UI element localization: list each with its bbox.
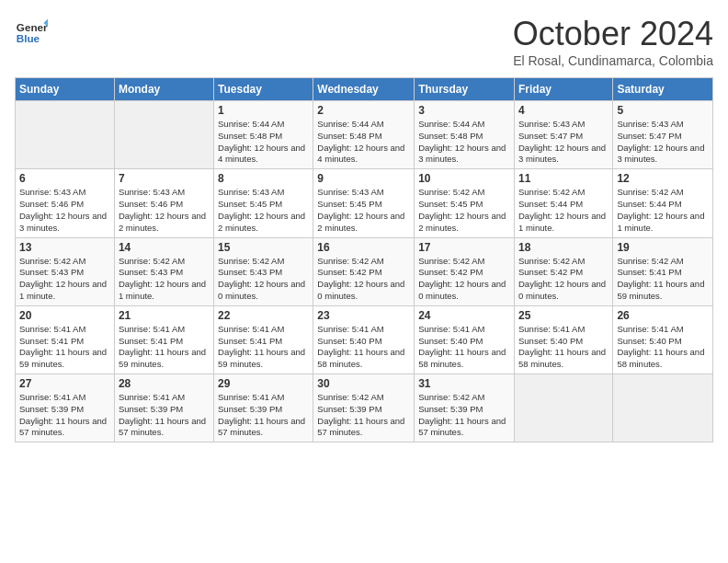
cell-day-number: 17 — [418, 241, 510, 254]
cell-day-number: 13 — [19, 241, 110, 254]
calendar-header-row: SundayMondayTuesdayWednesdayThursdayFrid… — [16, 78, 713, 101]
cell-info: Sunrise: 5:42 AM Sunset: 5:43 PM Dayligh… — [119, 256, 210, 303]
calendar-week-3: 13Sunrise: 5:42 AM Sunset: 5:43 PM Dayli… — [16, 237, 713, 305]
cell-day-number: 7 — [119, 172, 210, 185]
col-header-sunday: Sunday — [16, 78, 115, 101]
calendar-cell: 25Sunrise: 5:41 AM Sunset: 5:40 PM Dayli… — [514, 305, 612, 373]
cell-info: Sunrise: 5:41 AM Sunset: 5:40 PM Dayligh… — [317, 324, 410, 371]
calendar-cell: 13Sunrise: 5:42 AM Sunset: 5:43 PM Dayli… — [16, 237, 115, 305]
cell-day-number: 4 — [518, 104, 609, 117]
cell-info: Sunrise: 5:42 AM Sunset: 5:45 PM Dayligh… — [418, 187, 510, 234]
cell-day-number: 20 — [19, 309, 110, 322]
cell-info: Sunrise: 5:41 AM Sunset: 5:41 PM Dayligh… — [19, 324, 110, 371]
cell-info: Sunrise: 5:42 AM Sunset: 5:41 PM Dayligh… — [617, 256, 709, 303]
cell-day-number: 1 — [218, 104, 309, 117]
calendar-cell: 28Sunrise: 5:41 AM Sunset: 5:39 PM Dayli… — [114, 374, 213, 442]
calendar-cell: 22Sunrise: 5:41 AM Sunset: 5:41 PM Dayli… — [214, 305, 313, 373]
col-header-thursday: Thursday — [415, 78, 515, 101]
cell-info: Sunrise: 5:42 AM Sunset: 5:39 PM Dayligh… — [418, 392, 510, 439]
cell-day-number: 9 — [317, 172, 410, 185]
cell-day-number: 25 — [518, 309, 609, 322]
cell-day-number: 24 — [418, 309, 510, 322]
cell-day-number: 3 — [418, 104, 510, 117]
calendar-week-1: 1Sunrise: 5:44 AM Sunset: 5:48 PM Daylig… — [16, 101, 713, 169]
cell-day-number: 8 — [218, 172, 309, 185]
calendar-cell: 12Sunrise: 5:42 AM Sunset: 5:44 PM Dayli… — [613, 169, 713, 237]
calendar-cell: 10Sunrise: 5:42 AM Sunset: 5:45 PM Dayli… — [415, 169, 515, 237]
calendar-cell — [613, 374, 713, 442]
calendar-cell: 26Sunrise: 5:41 AM Sunset: 5:40 PM Dayli… — [613, 305, 713, 373]
cell-info: Sunrise: 5:41 AM Sunset: 5:39 PM Dayligh… — [19, 392, 110, 439]
calendar-cell: 3Sunrise: 5:44 AM Sunset: 5:48 PM Daylig… — [415, 101, 515, 169]
cell-day-number: 2 — [317, 104, 410, 117]
cell-info: Sunrise: 5:41 AM Sunset: 5:39 PM Dayligh… — [218, 392, 309, 439]
calendar-cell: 27Sunrise: 5:41 AM Sunset: 5:39 PM Dayli… — [16, 374, 115, 442]
calendar-cell: 7Sunrise: 5:43 AM Sunset: 5:46 PM Daylig… — [114, 169, 213, 237]
calendar-cell: 8Sunrise: 5:43 AM Sunset: 5:45 PM Daylig… — [214, 169, 313, 237]
calendar-cell — [16, 101, 115, 169]
cell-info: Sunrise: 5:41 AM Sunset: 5:41 PM Dayligh… — [119, 324, 210, 371]
col-header-tuesday: Tuesday — [214, 78, 313, 101]
cell-info: Sunrise: 5:42 AM Sunset: 5:44 PM Dayligh… — [617, 187, 709, 234]
cell-info: Sunrise: 5:43 AM Sunset: 5:45 PM Dayligh… — [218, 187, 309, 234]
cell-info: Sunrise: 5:42 AM Sunset: 5:42 PM Dayligh… — [518, 256, 609, 303]
calendar-cell: 15Sunrise: 5:42 AM Sunset: 5:43 PM Dayli… — [214, 237, 313, 305]
cell-day-number: 15 — [218, 241, 309, 254]
calendar-cell: 20Sunrise: 5:41 AM Sunset: 5:41 PM Dayli… — [16, 305, 115, 373]
calendar-cell: 17Sunrise: 5:42 AM Sunset: 5:42 PM Dayli… — [415, 237, 515, 305]
title-area: October 2024 El Rosal, Cundinamarca, Col… — [513, 15, 713, 68]
col-header-saturday: Saturday — [613, 78, 713, 101]
cell-day-number: 12 — [617, 172, 709, 185]
calendar-cell: 21Sunrise: 5:41 AM Sunset: 5:41 PM Dayli… — [114, 305, 213, 373]
location-subtitle: El Rosal, Cundinamarca, Colombia — [513, 53, 713, 68]
cell-day-number: 22 — [218, 309, 309, 322]
month-title: October 2024 — [513, 15, 713, 53]
calendar-cell: 11Sunrise: 5:42 AM Sunset: 5:44 PM Dayli… — [514, 169, 612, 237]
cell-info: Sunrise: 5:44 AM Sunset: 5:48 PM Dayligh… — [218, 119, 309, 166]
calendar-week-4: 20Sunrise: 5:41 AM Sunset: 5:41 PM Dayli… — [16, 305, 713, 373]
calendar-cell: 31Sunrise: 5:42 AM Sunset: 5:39 PM Dayli… — [415, 374, 515, 442]
cell-day-number: 16 — [317, 241, 410, 254]
calendar-cell: 4Sunrise: 5:43 AM Sunset: 5:47 PM Daylig… — [514, 101, 612, 169]
cell-info: Sunrise: 5:42 AM Sunset: 5:44 PM Dayligh… — [518, 187, 609, 234]
cell-info: Sunrise: 5:42 AM Sunset: 5:42 PM Dayligh… — [418, 256, 510, 303]
cell-day-number: 31 — [418, 377, 510, 390]
calendar-cell — [114, 101, 213, 169]
calendar-week-5: 27Sunrise: 5:41 AM Sunset: 5:39 PM Dayli… — [16, 374, 713, 442]
calendar-cell: 23Sunrise: 5:41 AM Sunset: 5:40 PM Dayli… — [313, 305, 415, 373]
cell-info: Sunrise: 5:42 AM Sunset: 5:39 PM Dayligh… — [317, 392, 410, 439]
cell-day-number: 21 — [119, 309, 210, 322]
cell-day-number: 14 — [119, 241, 210, 254]
calendar-cell: 30Sunrise: 5:42 AM Sunset: 5:39 PM Dayli… — [313, 374, 415, 442]
calendar-cell: 2Sunrise: 5:44 AM Sunset: 5:48 PM Daylig… — [313, 101, 415, 169]
cell-info: Sunrise: 5:41 AM Sunset: 5:40 PM Dayligh… — [617, 324, 709, 371]
cell-day-number: 23 — [317, 309, 410, 322]
cell-day-number: 6 — [19, 172, 110, 185]
cell-info: Sunrise: 5:44 AM Sunset: 5:48 PM Dayligh… — [317, 119, 410, 166]
cell-day-number: 26 — [617, 309, 709, 322]
col-header-friday: Friday — [514, 78, 612, 101]
cell-info: Sunrise: 5:43 AM Sunset: 5:46 PM Dayligh… — [119, 187, 210, 234]
cell-info: Sunrise: 5:41 AM Sunset: 5:40 PM Dayligh… — [518, 324, 609, 371]
cell-day-number: 27 — [19, 377, 110, 390]
calendar-cell: 5Sunrise: 5:43 AM Sunset: 5:47 PM Daylig… — [613, 101, 713, 169]
cell-info: Sunrise: 5:42 AM Sunset: 5:43 PM Dayligh… — [218, 256, 309, 303]
calendar-week-2: 6Sunrise: 5:43 AM Sunset: 5:46 PM Daylig… — [16, 169, 713, 237]
cell-day-number: 28 — [119, 377, 210, 390]
cell-day-number: 29 — [218, 377, 309, 390]
cell-day-number: 19 — [617, 241, 709, 254]
logo: General Blue — [15, 15, 48, 48]
calendar-cell: 16Sunrise: 5:42 AM Sunset: 5:42 PM Dayli… — [313, 237, 415, 305]
calendar-cell: 1Sunrise: 5:44 AM Sunset: 5:48 PM Daylig… — [214, 101, 313, 169]
cell-info: Sunrise: 5:43 AM Sunset: 5:47 PM Dayligh… — [518, 119, 609, 166]
header: General Blue October 2024 El Rosal, Cund… — [15, 15, 713, 68]
logo-icon: General Blue — [15, 15, 48, 48]
calendar-cell: 14Sunrise: 5:42 AM Sunset: 5:43 PM Dayli… — [114, 237, 213, 305]
cell-info: Sunrise: 5:42 AM Sunset: 5:43 PM Dayligh… — [19, 256, 110, 303]
cell-day-number: 5 — [617, 104, 709, 117]
cell-info: Sunrise: 5:41 AM Sunset: 5:41 PM Dayligh… — [218, 324, 309, 371]
calendar-cell: 19Sunrise: 5:42 AM Sunset: 5:41 PM Dayli… — [613, 237, 713, 305]
cell-day-number: 18 — [518, 241, 609, 254]
cell-info: Sunrise: 5:43 AM Sunset: 5:45 PM Dayligh… — [317, 187, 410, 234]
cell-info: Sunrise: 5:44 AM Sunset: 5:48 PM Dayligh… — [418, 119, 510, 166]
